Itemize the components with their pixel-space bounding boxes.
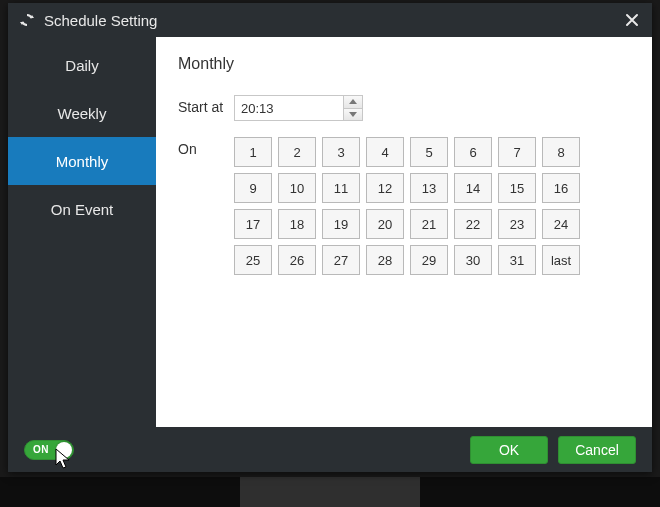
day-cell-9[interactable]: 9 — [234, 173, 272, 203]
day-cell-25[interactable]: 25 — [234, 245, 272, 275]
day-cell-28[interactable]: 28 — [366, 245, 404, 275]
start-at-row: Start at — [178, 95, 630, 121]
day-cell-15[interactable]: 15 — [498, 173, 536, 203]
close-button[interactable] — [618, 6, 646, 34]
chevron-down-icon — [349, 112, 357, 117]
sidebar-item-weekly[interactable]: Weekly — [8, 89, 156, 137]
day-cell-17[interactable]: 17 — [234, 209, 272, 239]
button-label: OK — [499, 442, 519, 458]
day-cell-27[interactable]: 27 — [322, 245, 360, 275]
day-cell-22[interactable]: 22 — [454, 209, 492, 239]
day-cell-last[interactable]: last — [542, 245, 580, 275]
sidebar-item-label: Daily — [65, 57, 98, 74]
day-cell-21[interactable]: 21 — [410, 209, 448, 239]
titlebar: Schedule Setting — [8, 3, 652, 37]
day-cell-2[interactable]: 2 — [278, 137, 316, 167]
footer: ON OK Cancel — [8, 427, 652, 472]
day-cell-4[interactable]: 4 — [366, 137, 404, 167]
day-cell-24[interactable]: 24 — [542, 209, 580, 239]
chevron-up-icon — [349, 99, 357, 104]
day-cell-19[interactable]: 19 — [322, 209, 360, 239]
day-cell-8[interactable]: 8 — [542, 137, 580, 167]
modal-body: Daily Weekly Monthly On Event Monthly St… — [8, 37, 652, 427]
day-cell-6[interactable]: 6 — [454, 137, 492, 167]
time-input-wrap — [234, 95, 363, 121]
day-cell-12[interactable]: 12 — [366, 173, 404, 203]
toggle-knob — [56, 442, 72, 458]
sync-icon — [18, 11, 36, 29]
day-cell-5[interactable]: 5 — [410, 137, 448, 167]
spinner-down[interactable] — [344, 108, 362, 121]
cancel-button[interactable]: Cancel — [558, 436, 636, 464]
background-box — [240, 477, 420, 507]
modal-title: Schedule Setting — [44, 12, 157, 29]
day-grid: 1234567891011121314151617181920212223242… — [234, 137, 580, 275]
sidebar-item-label: Weekly — [58, 105, 107, 122]
panel-heading: Monthly — [178, 55, 630, 73]
on-row: On 1234567891011121314151617181920212223… — [178, 137, 630, 275]
spinner-up[interactable] — [344, 96, 362, 108]
day-cell-14[interactable]: 14 — [454, 173, 492, 203]
toggle-label: ON — [33, 444, 49, 455]
sidebar-item-monthly[interactable]: Monthly — [8, 137, 156, 185]
on-label: On — [178, 137, 234, 157]
sidebar-item-daily[interactable]: Daily — [8, 41, 156, 89]
day-cell-23[interactable]: 23 — [498, 209, 536, 239]
start-at-input[interactable] — [235, 96, 343, 120]
spinner-group — [343, 96, 362, 120]
sidebar-item-on-event[interactable]: On Event — [8, 185, 156, 233]
day-cell-30[interactable]: 30 — [454, 245, 492, 275]
day-cell-18[interactable]: 18 — [278, 209, 316, 239]
day-cell-16[interactable]: 16 — [542, 173, 580, 203]
sidebar: Daily Weekly Monthly On Event — [8, 37, 156, 427]
day-cell-29[interactable]: 29 — [410, 245, 448, 275]
start-at-label: Start at — [178, 95, 234, 115]
ok-button[interactable]: OK — [470, 436, 548, 464]
sidebar-item-label: On Event — [51, 201, 114, 218]
day-cell-3[interactable]: 3 — [322, 137, 360, 167]
day-cell-20[interactable]: 20 — [366, 209, 404, 239]
monthly-panel: Monthly Start at On — [156, 37, 652, 427]
day-cell-26[interactable]: 26 — [278, 245, 316, 275]
day-cell-13[interactable]: 13 — [410, 173, 448, 203]
button-label: Cancel — [575, 442, 619, 458]
schedule-setting-modal: Schedule Setting Daily Weekly Monthly On… — [8, 3, 652, 472]
day-cell-7[interactable]: 7 — [498, 137, 536, 167]
day-cell-31[interactable]: 31 — [498, 245, 536, 275]
day-cell-11[interactable]: 11 — [322, 173, 360, 203]
background-strip — [0, 477, 660, 507]
enable-toggle[interactable]: ON — [24, 440, 74, 460]
sidebar-item-label: Monthly — [56, 153, 109, 170]
day-cell-10[interactable]: 10 — [278, 173, 316, 203]
day-cell-1[interactable]: 1 — [234, 137, 272, 167]
close-icon — [624, 12, 640, 28]
